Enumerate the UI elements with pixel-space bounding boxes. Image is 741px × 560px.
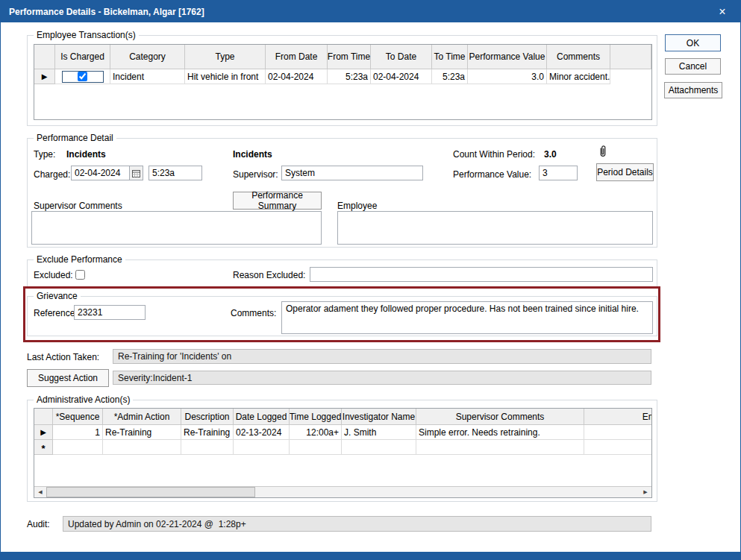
cell-category[interactable]: Incident [110,69,185,84]
col-header-date-logged[interactable]: Date Logged [234,409,290,425]
performance-details-dialog: Performance Details - Bickelman, Algar [… [0,0,741,560]
cell-from-time[interactable]: 5:23a [328,69,371,84]
cell-supervisor-comments[interactable]: Simple error. Needs retraining. [416,425,584,440]
col-header-employee[interactable]: Employee [584,409,652,425]
employee-transactions-group: Employee Transaction(s) Is Charged Categ… [27,35,657,126]
cell-to-date[interactable]: 02-04-2024 [371,69,432,84]
col-header-sequence[interactable]: *Sequence [53,409,103,425]
reason-excluded-label: Reason Excluded: [233,270,305,280]
admin-action-row: ▶ 1 Re-Training Re-Training 02-13-2024 1… [34,425,651,440]
col-header-time-logged[interactable]: Time Logged [290,409,342,425]
last-action-taken-label: Last Action Taken: [27,352,99,362]
charged-date-dropdown-button[interactable] [129,166,143,180]
col-header-description[interactable]: Description [181,409,234,425]
transaction-row-selector[interactable]: ▶ [34,69,55,84]
performance-detail-group-label: Performance Detail [34,133,116,143]
grievance-group-label: Grievance [34,291,81,301]
cancel-button[interactable]: Cancel [665,58,721,75]
cell-sequence[interactable]: 1 [53,425,103,440]
scroll-left-icon[interactable]: ◀ [34,487,46,497]
cell-admin-action[interactable]: Re-Training [103,425,181,440]
audit-label: Audit: [27,519,50,529]
col-header-admin-action[interactable]: *Admin Action [103,409,181,425]
cell-from-date[interactable]: 02-04-2024 [266,69,328,84]
cell-investigator-name[interactable]: J. Smith [342,425,416,440]
supervisor-comments-textarea[interactable] [31,211,322,245]
excluded-label: Excluded: [34,270,73,280]
administrative-actions-group-label: Administrative Action(s) [34,394,133,405]
new-row-cell[interactable] [584,440,652,455]
col-header-to-time[interactable]: To Time [432,45,468,69]
cell-performance-value[interactable]: 3.0 [468,69,547,84]
cell-time-logged[interactable]: 12:00a+ [290,425,342,440]
col-header-comments[interactable]: Comments [547,45,610,69]
new-row-cell[interactable] [342,440,416,455]
employee-comments-textarea[interactable] [337,211,653,245]
new-row-cell[interactable] [290,440,342,455]
attachments-button[interactable]: Attachments [664,82,722,98]
performance-value-field[interactable] [539,166,578,180]
charged-date-value: 02-04-2024 [72,166,129,180]
last-action-taken-field: Re-Training for 'Incidents' on [113,349,651,364]
col-header-performance-value[interactable]: Performance Value [468,45,547,69]
cell-type[interactable]: Hit vehicle in front [185,69,266,84]
col-header-to-date[interactable]: To Date [371,45,432,69]
excluded-checkbox[interactable] [75,270,85,280]
scroll-right-icon[interactable]: ▶ [640,487,651,497]
supervisor-label: Supervisor: [233,169,278,180]
col-header-investigator-name[interactable]: Investigator Name [342,409,416,425]
calendar-icon [132,169,140,177]
dialog-bottom-border [1,552,740,559]
severity-field: Severity:Incident-1 [113,371,651,385]
transactions-selector-header [34,45,55,69]
new-row-cell[interactable] [234,440,290,455]
admin-header-row: *Sequence *Admin Action Description Date… [34,409,651,425]
col-header-type[interactable]: Type [185,45,266,69]
period-details-button[interactable]: Period Details [596,163,654,181]
performance-detail-group: Performance Detail Type: Incidents Incid… [27,138,657,248]
reference-label: Reference: [34,308,78,318]
col-header-from-date[interactable]: From Date [266,45,328,69]
new-row-cell[interactable] [181,440,234,455]
reason-excluded-field[interactable] [310,267,653,282]
cell-employee[interactable] [584,425,652,440]
col-header-category[interactable]: Category [110,45,185,69]
cell-comments[interactable]: Minor accident. [547,69,610,84]
charged-time-field[interactable] [148,166,202,180]
cell-to-time[interactable]: 5:23a [432,69,468,84]
charged-date-picker[interactable]: 02-04-2024 [71,166,143,180]
col-header-supervisor-comments[interactable]: Supervisor Comments [416,409,584,425]
col-header-from-time[interactable]: From Time [328,45,371,69]
cell-date-logged[interactable]: 02-13-2024 [234,425,290,440]
new-row-cell[interactable] [416,440,584,455]
current-row-arrow-icon: ▶ [42,73,48,81]
suggest-action-button[interactable]: Suggest Action [27,369,109,387]
new-row-marker-icon: * [41,441,45,453]
category-header: Incidents [233,149,272,160]
cell-description[interactable]: Re-Training [181,425,234,440]
hscroll-thumb[interactable] [46,487,255,497]
admin-row-selector[interactable]: ▶ [34,425,53,440]
ok-button[interactable]: OK [665,34,721,51]
admin-grid-hscrollbar[interactable]: ◀ ▶ [34,486,651,497]
new-row-cell[interactable] [103,440,181,455]
type-label: Type: [34,149,55,160]
close-icon[interactable]: × [709,1,736,22]
new-row-selector[interactable]: * [34,440,53,455]
audit-field: Updated by Admin on 02-21-2024 @ 1:28p+ [63,516,651,532]
is-charged-checkbox[interactable] [78,72,87,81]
grievance-comments-textarea[interactable]: Operator adament they followed proper pr… [281,301,653,334]
supervisor-comments-label: Supervisor Comments [34,201,122,211]
performance-value-label: Performance Value: [453,169,531,180]
col-header-is-charged[interactable]: Is Charged [55,45,110,69]
admin-new-row: * [34,440,651,455]
exclude-performance-group-label: Exclude Performance [34,254,125,265]
count-within-period-label: Count Within Period: [453,149,535,160]
current-row-arrow-icon: ▶ [40,429,46,436]
cell-is-charged [55,69,110,84]
new-row-cell[interactable] [53,440,103,455]
supervisor-field[interactable] [281,166,423,180]
reference-field[interactable] [74,305,146,320]
title-bar[interactable]: Performance Details - Bickelman, Algar [… [1,1,740,22]
performance-summary-button[interactable]: Performance Summary [233,192,322,210]
